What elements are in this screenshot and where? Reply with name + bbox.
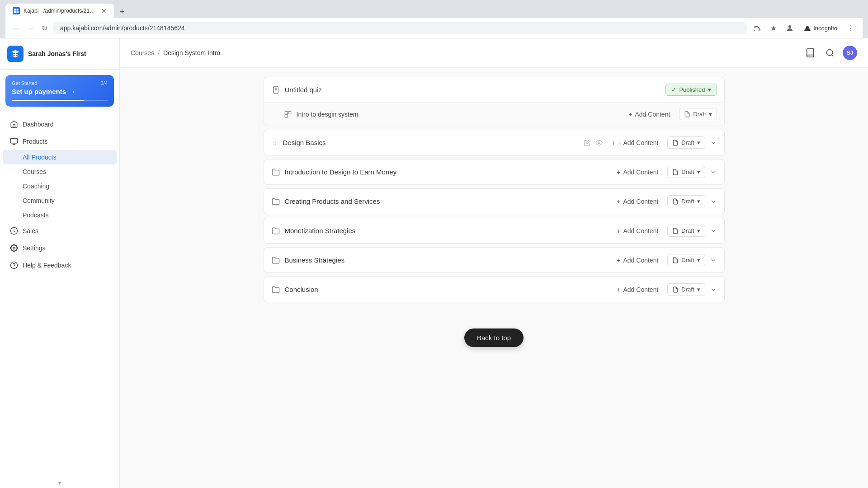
get-started-card[interactable]: Get Started 3/4 Set up payments → — [5, 75, 114, 107]
sidebar-item-settings[interactable]: Settings — [3, 239, 117, 257]
settings-icon — [10, 244, 18, 252]
quiz-draft-button[interactable]: Draft ▾ — [679, 108, 717, 120]
add-content-button-design-basics[interactable]: + + Add Content — [607, 137, 663, 148]
quiz-title: Untitled quiz — [285, 86, 661, 94]
module-row-intro-design: Introduction to Design to Earn Money + A… — [264, 159, 725, 185]
expand-button-design-basics[interactable] — [710, 139, 717, 146]
sidebar-item-help[interactable]: Help & Feedback — [3, 257, 117, 274]
back-to-top-button[interactable]: Back to top — [464, 328, 524, 347]
module-row-monetization: Monetization Strategies + Add Content Dr… — [264, 218, 725, 244]
expand-button-creating-products[interactable] — [710, 198, 717, 205]
sidebar-item-all-products[interactable]: All Products — [3, 150, 117, 164]
module-title-conclusion: Conclusion — [285, 286, 608, 293]
add-content-label: Add Content — [635, 111, 670, 118]
sidebar-item-sales[interactable]: Sales — [3, 222, 117, 239]
doc-icon — [672, 140, 679, 146]
app-layout: Sarah Jonas's First Get Started 3/4 Set … — [0, 38, 868, 488]
avatar[interactable]: SJ — [843, 46, 857, 60]
svg-rect-0 — [14, 9, 16, 11]
quiz-sub-item: Intro to desgin system + Add Content Dra… — [264, 102, 724, 126]
svg-point-4 — [754, 30, 755, 31]
expand-button-business-strategies[interactable] — [710, 257, 717, 264]
incognito-button[interactable]: Incognito — [800, 22, 841, 34]
draft-button-intro-design[interactable]: Draft ▾ — [667, 166, 705, 178]
sidebar-scroll: Dashboard Products All Products Courses … — [0, 112, 119, 488]
progress-fill — [12, 100, 84, 101]
sidebar-item-dashboard[interactable]: Dashboard — [3, 116, 117, 133]
back-to-top-container: Back to top — [120, 328, 868, 347]
breadcrumb-parent[interactable]: Courses — [131, 49, 154, 56]
sub-nav: All Products Courses Coaching Community … — [0, 150, 119, 222]
add-content-button-business-strategies[interactable]: + Add Content — [612, 255, 663, 266]
svg-point-14 — [827, 50, 833, 56]
module-title-intro-design: Introduction to Design to Earn Money — [285, 168, 608, 176]
svg-rect-20 — [285, 111, 288, 114]
sidebar-item-podcasts[interactable]: Podcasts — [3, 208, 117, 222]
tab-close-button[interactable]: ✕ — [101, 7, 107, 14]
active-tab[interactable]: Kajabi - /admin/products/21481... ✕ — [5, 4, 114, 18]
top-bar-actions: SJ — [803, 46, 857, 60]
add-content-button-conclusion[interactable]: + Add Content — [612, 284, 663, 295]
doc-icon — [672, 286, 679, 293]
edit-icon[interactable] — [584, 139, 591, 146]
draft-button-creating-products[interactable]: Draft ▾ — [667, 195, 705, 207]
expand-button-monetization[interactable] — [710, 227, 717, 235]
svg-point-28 — [275, 144, 276, 145]
doc-icon — [672, 257, 679, 263]
reload-button[interactable]: ↻ — [40, 22, 49, 34]
add-content-button-intro-design[interactable]: + Add Content — [612, 167, 663, 178]
drag-handle[interactable] — [271, 139, 278, 146]
search-icon[interactable] — [823, 46, 837, 60]
sidebar-item-products[interactable]: Products — [3, 133, 117, 150]
sidebar-item-courses[interactable]: Courses — [3, 164, 117, 179]
draft-button-design-basics[interactable]: Draft ▾ — [667, 136, 705, 149]
sidebar-item-community[interactable]: Community — [3, 193, 117, 208]
more-button[interactable]: ⋮ — [844, 22, 857, 34]
products-label: Products — [23, 138, 109, 145]
plus-icon: + — [628, 111, 632, 118]
doc-icon — [672, 228, 679, 234]
eye-icon[interactable] — [595, 139, 603, 146]
profile-button[interactable] — [783, 22, 796, 34]
expand-button-conclusion[interactable] — [710, 286, 717, 293]
module-row-design-basics: Design Basics + + Add Content Draft — [264, 130, 725, 155]
sidebar-item-coaching[interactable]: Coaching — [3, 179, 117, 193]
check-icon: ✓ — [671, 86, 676, 93]
draft-button-conclusion[interactable]: Draft ▾ — [667, 283, 705, 296]
add-content-label: + Add Content — [618, 139, 658, 146]
cast-button[interactable] — [751, 22, 764, 34]
draft-button-monetization[interactable]: Draft ▾ — [667, 225, 705, 237]
sidebar: Sarah Jonas's First Get Started 3/4 Set … — [0, 38, 120, 488]
bookmark-button[interactable]: ★ — [767, 22, 780, 34]
dashboard-label: Dashboard — [23, 121, 109, 128]
doc-icon — [672, 198, 679, 205]
draft-button-business-strategies[interactable]: Draft ▾ — [667, 254, 705, 266]
svg-rect-3 — [17, 11, 19, 14]
sidebar-header: Sarah Jonas's First — [0, 38, 119, 70]
book-icon[interactable] — [803, 46, 817, 60]
back-button[interactable]: ← — [11, 22, 22, 34]
expand-button-intro-design[interactable] — [710, 169, 717, 176]
draft-label: Draft — [681, 139, 694, 146]
quiz-add-content-button[interactable]: + Add Content — [624, 109, 675, 120]
module-row-conclusion: Conclusion + Add Content Draft ▾ — [264, 277, 725, 302]
svg-rect-21 — [288, 111, 291, 114]
incognito-label: Incognito — [813, 25, 837, 32]
content-area[interactable]: Untitled quiz ✓ Published ▾ Intro to des… — [120, 68, 868, 488]
svg-point-29 — [598, 142, 600, 144]
post-icon — [284, 110, 292, 118]
module-title-business-strategies: Business Strategies — [285, 256, 608, 264]
get-started-title: Set up payments → — [12, 88, 108, 95]
url-bar[interactable] — [53, 22, 747, 34]
add-content-button-creating-products[interactable]: + Add Content — [612, 196, 663, 207]
forward-button[interactable]: → — [25, 22, 36, 34]
add-content-button-monetization[interactable]: + Add Content — [612, 225, 663, 236]
help-icon — [10, 261, 18, 269]
course-list: Untitled quiz ✓ Published ▾ Intro to des… — [245, 68, 743, 351]
folder-icon — [271, 197, 280, 206]
new-tab-button[interactable]: + — [116, 5, 128, 18]
published-badge[interactable]: ✓ Published ▾ — [665, 84, 717, 96]
module-row-creating-products: Creating Products and Services + Add Con… — [264, 188, 725, 214]
sidebar-brand: Sarah Jonas's First — [28, 50, 86, 57]
svg-rect-2 — [14, 11, 16, 14]
